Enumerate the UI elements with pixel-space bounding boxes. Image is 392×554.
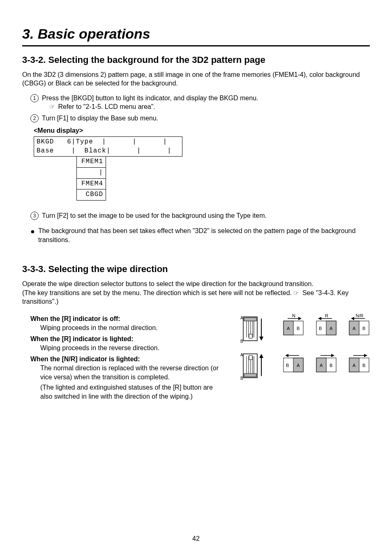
menu-sub-1: FMEM1 [76, 157, 106, 168]
hand-icon: ☞ [293, 289, 299, 296]
section-1-title: 3-3-2. Selecting the background for the … [22, 54, 370, 66]
lever-a-label: A [240, 316, 243, 320]
step-3: 3 Turn [F2] to set the image to be used … [30, 211, 370, 220]
indicator-d2: Wiping proceeds in the reverse direction… [40, 344, 224, 353]
svg-rect-7 [249, 334, 252, 338]
bullet-text: The background that has been set takes e… [38, 226, 370, 244]
bullet-note: ● The background that has been set takes… [30, 226, 370, 244]
svg-marker-31 [259, 354, 263, 358]
cell-a: A [330, 326, 333, 331]
menu-sub-4: CBGD [76, 189, 106, 201]
cell-b: B [330, 363, 332, 368]
indicator-d3a: The normal direction is replaced with th… [40, 364, 224, 381]
svg-marker-43 [364, 354, 367, 357]
step-number-icon: 2 [30, 114, 39, 122]
section-2-para-1: Operate the wipe direction selector butt… [22, 279, 370, 289]
menu-display-box: BKGD 6|Type | | | Base | Black| | | [34, 136, 182, 157]
indicator-h3: When the [N/R] indicator is lighted: [30, 355, 224, 364]
section-2-para-2: (The key transitions are set by the menu… [22, 289, 370, 306]
svg-marker-13 [298, 317, 302, 320]
svg-marker-9 [259, 337, 263, 341]
hand-icon: ☞ [49, 103, 55, 110]
diagram-label-nr: N/R [356, 313, 364, 318]
menu-sub-3: FMEM4 [76, 179, 106, 190]
cell-b: B [286, 363, 289, 368]
cell-a: A [297, 363, 300, 368]
cell-a: A [320, 363, 323, 368]
wipe-diagram-svg: N R N/R A B [234, 312, 370, 386]
page-container: 3. Basic operations 3-3-2. Selecting the… [0, 0, 392, 554]
menu-row-1: BKGD 6|Type | | | [37, 138, 167, 145]
para2-part-a: (The key transitions are set by the menu… [22, 289, 293, 296]
step-2-text: Turn [F1] to display the Base sub menu. [42, 114, 158, 123]
menu-sub-2: | [76, 168, 106, 179]
step-1: 1 Press the [BKGD] button to light its i… [30, 94, 370, 111]
svg-marker-35 [285, 354, 288, 357]
svg-rect-29 [249, 355, 252, 360]
bullet-icon: ● [30, 228, 35, 235]
cell-a: A [353, 326, 356, 331]
menu-display-heading: <Menu display> [34, 126, 370, 135]
indicator-block: When the [R] indicator is off: Wiping pr… [22, 312, 370, 402]
indicator-d1: Wiping proceeds in the normal direction. [40, 323, 224, 332]
indicator-h1: When the [R] indicator is off: [30, 314, 224, 323]
steps-list-1: 1 Press the [BKGD] button to light its i… [30, 94, 370, 123]
diagram-label-n: N [292, 313, 295, 318]
svg-marker-17 [318, 317, 321, 320]
svg-marker-21 [351, 317, 354, 320]
wipe-diagram: N R N/R A B [234, 312, 370, 388]
refer-text: Refer to "2-1-5. LCD menu area". [58, 103, 155, 110]
cell-b: B [319, 326, 322, 331]
page-number: 42 [0, 534, 392, 543]
indicator-h2: When the [R] indicator is lighted: [30, 335, 224, 344]
indicator-text-column: When the [R] indicator is off: Wiping pr… [22, 312, 224, 402]
svg-marker-39 [331, 354, 334, 357]
lever-b-label: B [240, 339, 243, 344]
svg-rect-23 [244, 374, 256, 377]
lever-b-label-2: B [240, 376, 243, 381]
svg-rect-1 [244, 318, 256, 321]
step-number-icon: 3 [30, 212, 39, 220]
menu-row-2: Base | Black| | | [37, 147, 172, 155]
indicator-d3b: (The lighted and extinguished statuses o… [40, 383, 224, 401]
chapter-title: 3. Basic operations [22, 25, 370, 46]
cell-a: A [287, 326, 290, 331]
lever-a-label-2: A [240, 353, 243, 357]
menu-display-block: BKGD 6|Type | | | Base | Black| | | FMEM… [34, 136, 370, 201]
step-1-text: Press the [BKGD] button to light its ind… [42, 94, 258, 103]
diagram-label-r: R [325, 313, 328, 318]
step-3-text: Turn [F2] to set the image to be used fo… [42, 211, 267, 220]
step-number-icon: 1 [30, 94, 39, 102]
refer-line: ☞ Refer to "2-1-5. LCD menu area". [49, 102, 370, 111]
steps-list-2: 3 Turn [F2] to set the image to be used … [30, 211, 370, 220]
cell-b: B [297, 326, 300, 331]
section-2-title: 3-3-3. Selecting the wipe direction [22, 263, 370, 275]
section-1-intro: On the 3D2 (3 dimensions 2) pattern page… [22, 70, 370, 88]
step-2: 2 Turn [F1] to display the Base sub menu… [30, 114, 370, 123]
cell-b: B [362, 326, 365, 331]
cell-b: B [362, 363, 365, 368]
cell-a: A [353, 363, 356, 368]
